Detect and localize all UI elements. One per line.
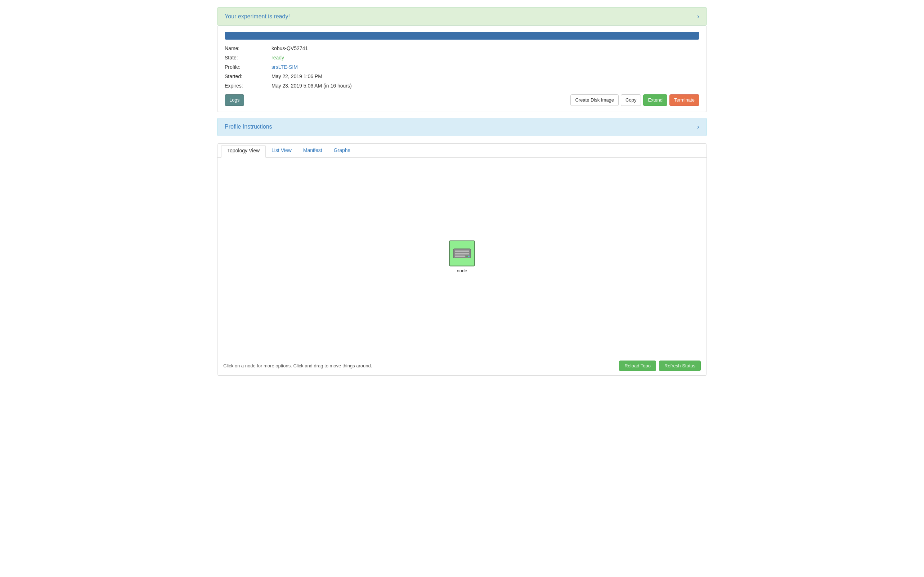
progress-bar-fill — [225, 32, 699, 40]
svg-rect-3 — [455, 255, 465, 257]
profile-instructions-chevron: › — [697, 123, 699, 131]
profile-link[interactable]: srsLTE-SIM — [272, 64, 699, 70]
expires-value: May 23, 2019 5:06 AM (in 16 hours) — [272, 83, 699, 89]
experiment-card: Name: kobus-QV52741 State: ready Profile… — [217, 26, 707, 112]
reload-topo-button[interactable]: Reload Topo — [619, 361, 656, 371]
name-label: Name: — [225, 45, 272, 51]
svg-rect-1 — [455, 250, 469, 252]
action-buttons: Logs Create Disk Image Copy Extend Termi… — [225, 94, 699, 106]
experiment-ready-chevron: › — [697, 13, 699, 20]
profile-instructions-text: Profile Instructions — [225, 124, 272, 130]
copy-button[interactable]: Copy — [621, 94, 641, 106]
server-icon — [452, 247, 472, 259]
name-value: kobus-QV52741 — [272, 45, 699, 51]
experiment-ready-banner[interactable]: Your experiment is ready! › — [217, 7, 707, 26]
experiment-ready-text: Your experiment is ready! — [225, 13, 290, 20]
topology-node[interactable]: node — [449, 240, 475, 273]
footer-hint: Click on a node for more options. Click … — [223, 363, 372, 369]
extend-button[interactable]: Extend — [643, 94, 667, 106]
experiment-details: Name: kobus-QV52741 State: ready Profile… — [225, 45, 699, 89]
started-label: Started: — [225, 74, 272, 79]
topology-canvas: node Click on a node for more options. C… — [217, 158, 707, 375]
svg-point-5 — [468, 255, 470, 257]
tab-list-view[interactable]: List View — [266, 144, 298, 158]
progress-bar-container — [225, 32, 699, 40]
profile-label: Profile: — [225, 64, 272, 70]
topology-footer: Click on a node for more options. Click … — [217, 356, 707, 375]
state-label: State: — [225, 55, 272, 61]
logs-button[interactable]: Logs — [225, 94, 244, 106]
tabs-container: Topology View List View Manifest Graphs — [217, 143, 707, 376]
create-disk-image-button[interactable]: Create Disk Image — [570, 94, 619, 106]
tab-manifest[interactable]: Manifest — [298, 144, 328, 158]
tab-topology-view[interactable]: Topology View — [221, 145, 266, 158]
node-box — [449, 240, 475, 266]
terminate-button[interactable]: Terminate — [670, 94, 699, 106]
node-label: node — [457, 268, 467, 273]
tabs-header: Topology View List View Manifest Graphs — [217, 144, 707, 158]
state-value: ready — [272, 55, 699, 61]
topology-content: node — [217, 158, 707, 356]
tab-graphs[interactable]: Graphs — [328, 144, 356, 158]
right-buttons: Create Disk Image Copy Extend Terminate — [570, 94, 699, 106]
expires-label: Expires: — [225, 83, 272, 89]
profile-instructions-banner[interactable]: Profile Instructions › — [217, 118, 707, 136]
svg-rect-2 — [455, 253, 469, 254]
svg-point-4 — [466, 255, 468, 257]
started-value: May 22, 2019 1:06 PM — [272, 74, 699, 79]
footer-buttons: Reload Topo Refresh Status — [619, 361, 701, 371]
refresh-status-button[interactable]: Refresh Status — [659, 361, 701, 371]
